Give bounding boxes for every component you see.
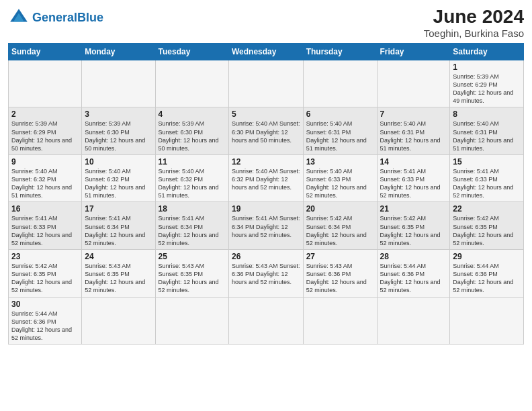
calendar-cell: [229, 297, 304, 345]
calendar-cell: [377, 297, 450, 345]
day-info: Sunrise: 5:39 AM Sunset: 6:29 PM Dayligh…: [11, 120, 79, 152]
day-number: 4: [159, 109, 226, 119]
calendar-cell: 19Sunrise: 5:41 AM Sunset: 6:34 PM Dayli…: [229, 202, 304, 250]
day-number: 13: [306, 157, 374, 167]
calendar-cell: 7Sunrise: 5:40 AM Sunset: 6:31 PM Daylig…: [377, 107, 450, 155]
day-info: Sunrise: 5:39 AM Sunset: 6:30 PM Dayligh…: [159, 120, 226, 152]
day-number: 27: [306, 252, 374, 261]
day-info: Sunrise: 5:40 AM Sunset: 6:33 PM Dayligh…: [306, 167, 374, 200]
calendar-cell: 27Sunrise: 5:43 AM Sunset: 6:36 PM Dayli…: [303, 250, 377, 298]
logo: GeneralBlue: [8, 7, 103, 28]
calendar-cell: [303, 297, 377, 345]
calendar-cell: 25Sunrise: 5:43 AM Sunset: 6:35 PM Dayli…: [155, 250, 228, 298]
logo-blue: Blue: [77, 11, 103, 24]
weekday-header-sunday: Sunday: [9, 43, 82, 60]
calendar-cell: 8Sunrise: 5:40 AM Sunset: 6:31 PM Daylig…: [450, 107, 524, 155]
day-info: Sunrise: 5:40 AM Sunset: 6:31 PM Dayligh…: [306, 120, 374, 152]
calendar-cell: 9Sunrise: 5:40 AM Sunset: 6:32 PM Daylig…: [9, 154, 82, 202]
day-info: Sunrise: 5:42 AM Sunset: 6:35 PM Dayligh…: [380, 214, 447, 247]
title-block: June 2024 Toeghin, Burkina Faso: [424, 7, 524, 39]
calendar-cell: 4Sunrise: 5:39 AM Sunset: 6:30 PM Daylig…: [155, 107, 228, 155]
day-number: 16: [11, 204, 79, 214]
day-info: Sunrise: 5:43 AM Sunset: 6:35 PM Dayligh…: [85, 262, 152, 295]
day-number: 9: [11, 157, 79, 167]
day-info: Sunrise: 5:42 AM Sunset: 6:35 PM Dayligh…: [453, 214, 521, 247]
calendar-cell: 16Sunrise: 5:41 AM Sunset: 6:33 PM Dayli…: [9, 202, 82, 250]
calendar-cell: 3Sunrise: 5:39 AM Sunset: 6:30 PM Daylig…: [82, 107, 155, 155]
day-info: Sunrise: 5:40 AM Sunset: 6:32 PM Dayligh…: [159, 167, 226, 200]
day-info: Sunrise: 5:44 AM Sunset: 6:36 PM Dayligh…: [380, 262, 447, 295]
calendar-table: SundayMondayTuesdayWednesdayThursdayFrid…: [8, 43, 524, 345]
day-number: 30: [11, 300, 79, 309]
calendar-cell: 23Sunrise: 5:42 AM Sunset: 6:35 PM Dayli…: [9, 250, 82, 298]
calendar-cell: 17Sunrise: 5:41 AM Sunset: 6:34 PM Dayli…: [82, 202, 155, 250]
calendar-body: 1Sunrise: 5:39 AM Sunset: 6:29 PM Daylig…: [9, 60, 524, 344]
calendar-cell: [229, 60, 304, 107]
calendar-week-4: 16Sunrise: 5:41 AM Sunset: 6:33 PM Dayli…: [9, 202, 524, 250]
day-number: 10: [85, 157, 152, 167]
page: GeneralBlue June 2024 Toeghin, Burkina F…: [0, 0, 532, 351]
calendar-cell: 28Sunrise: 5:44 AM Sunset: 6:36 PM Dayli…: [377, 250, 450, 298]
calendar-cell: [82, 297, 155, 345]
calendar-header: SundayMondayTuesdayWednesdayThursdayFrid…: [9, 43, 524, 60]
calendar-cell: 22Sunrise: 5:42 AM Sunset: 6:35 PM Dayli…: [450, 202, 524, 250]
logo-icon: [8, 7, 30, 28]
weekday-header-saturday: Saturday: [450, 43, 524, 60]
calendar-cell: 18Sunrise: 5:41 AM Sunset: 6:34 PM Dayli…: [155, 202, 228, 250]
day-number: 8: [453, 109, 521, 119]
day-info: Sunrise: 5:43 AM Sunset: 6:35 PM Dayligh…: [159, 262, 226, 295]
day-info: Sunrise: 5:42 AM Sunset: 6:35 PM Dayligh…: [11, 262, 79, 295]
day-info: Sunrise: 5:40 AM Sunset: 6:32 PM Dayligh…: [11, 167, 79, 200]
calendar-cell: [303, 60, 377, 107]
day-number: 19: [232, 204, 300, 214]
calendar-week-3: 9Sunrise: 5:40 AM Sunset: 6:32 PM Daylig…: [9, 154, 524, 202]
day-info: Sunrise: 5:40 AM Sunset: 6:30 PM Dayligh…: [232, 120, 300, 144]
calendar-cell: [377, 60, 450, 107]
calendar-cell: [155, 297, 228, 345]
calendar-cell: 5Sunrise: 5:40 AM Sunset: 6:30 PM Daylig…: [229, 107, 304, 155]
day-info: Sunrise: 5:43 AM Sunset: 6:36 PM Dayligh…: [306, 262, 374, 295]
day-info: Sunrise: 5:40 AM Sunset: 6:31 PM Dayligh…: [380, 120, 447, 152]
day-number: 11: [159, 157, 226, 167]
calendar-cell: 6Sunrise: 5:40 AM Sunset: 6:31 PM Daylig…: [303, 107, 377, 155]
day-number: 29: [453, 252, 521, 261]
calendar-cell: 11Sunrise: 5:40 AM Sunset: 6:32 PM Dayli…: [155, 154, 228, 202]
day-info: Sunrise: 5:41 AM Sunset: 6:34 PM Dayligh…: [232, 214, 300, 238]
day-info: Sunrise: 5:41 AM Sunset: 6:34 PM Dayligh…: [85, 214, 152, 247]
day-info: Sunrise: 5:39 AM Sunset: 6:29 PM Dayligh…: [453, 73, 521, 105]
day-info: Sunrise: 5:43 AM Sunset: 6:36 PM Dayligh…: [232, 262, 300, 286]
calendar-cell: [450, 297, 524, 345]
day-number: 6: [306, 109, 374, 119]
calendar-cell: 20Sunrise: 5:42 AM Sunset: 6:34 PM Dayli…: [303, 202, 377, 250]
day-info: Sunrise: 5:40 AM Sunset: 6:31 PM Dayligh…: [453, 120, 521, 152]
calendar-cell: 2Sunrise: 5:39 AM Sunset: 6:29 PM Daylig…: [9, 107, 82, 155]
calendar-week-5: 23Sunrise: 5:42 AM Sunset: 6:35 PM Dayli…: [9, 250, 524, 298]
day-info: Sunrise: 5:40 AM Sunset: 6:32 PM Dayligh…: [232, 167, 300, 191]
weekday-header-tuesday: Tuesday: [155, 43, 228, 60]
day-number: 21: [380, 204, 447, 214]
day-info: Sunrise: 5:39 AM Sunset: 6:30 PM Dayligh…: [85, 120, 152, 152]
day-number: 1: [453, 62, 521, 72]
weekday-row: SundayMondayTuesdayWednesdayThursdayFrid…: [9, 43, 524, 60]
day-info: Sunrise: 5:42 AM Sunset: 6:34 PM Dayligh…: [306, 214, 374, 247]
day-number: 3: [85, 109, 152, 119]
calendar-cell: 26Sunrise: 5:43 AM Sunset: 6:36 PM Dayli…: [229, 250, 304, 298]
calendar-cell: 21Sunrise: 5:42 AM Sunset: 6:35 PM Dayli…: [377, 202, 450, 250]
day-info: Sunrise: 5:41 AM Sunset: 6:33 PM Dayligh…: [11, 214, 79, 247]
calendar-cell: 30Sunrise: 5:44 AM Sunset: 6:36 PM Dayli…: [9, 297, 82, 345]
weekday-header-wednesday: Wednesday: [229, 43, 304, 60]
day-info: Sunrise: 5:44 AM Sunset: 6:36 PM Dayligh…: [11, 310, 79, 342]
calendar-cell: 13Sunrise: 5:40 AM Sunset: 6:33 PM Dayli…: [303, 154, 377, 202]
calendar-week-6: 30Sunrise: 5:44 AM Sunset: 6:36 PM Dayli…: [9, 297, 524, 345]
day-number: 23: [11, 252, 79, 261]
calendar-cell: [155, 60, 228, 107]
day-number: 17: [85, 204, 152, 214]
calendar-cell: 15Sunrise: 5:41 AM Sunset: 6:33 PM Dayli…: [450, 154, 524, 202]
calendar-cell: 24Sunrise: 5:43 AM Sunset: 6:35 PM Dayli…: [82, 250, 155, 298]
calendar-cell: 14Sunrise: 5:41 AM Sunset: 6:33 PM Dayli…: [377, 154, 450, 202]
calendar-cell: 10Sunrise: 5:40 AM Sunset: 6:32 PM Dayli…: [82, 154, 155, 202]
day-number: 28: [380, 252, 447, 261]
day-number: 2: [11, 109, 79, 119]
day-info: Sunrise: 5:41 AM Sunset: 6:34 PM Dayligh…: [159, 214, 226, 247]
day-number: 24: [85, 252, 152, 261]
